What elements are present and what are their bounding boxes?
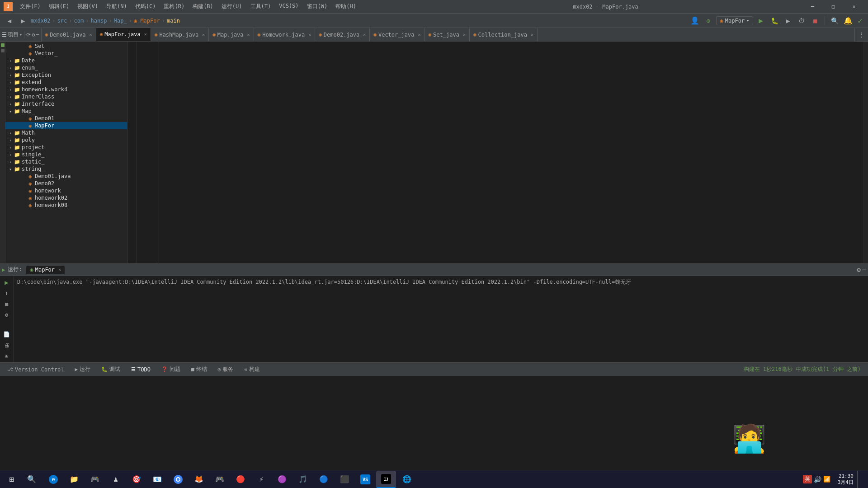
tree-item-single-[interactable]: ›📁single_ [5, 151, 127, 158]
tree-item-inrterface[interactable]: ›📁Inrterface [5, 100, 127, 108]
start-button[interactable]: ⊞ [2, 471, 22, 488]
settings-icon[interactable]: ⚙ [32, 32, 35, 38]
system-clock[interactable]: 21:30 3月4日 [834, 473, 857, 486]
menu-build[interactable]: 构建(B) [189, 2, 217, 11]
tree-item-static-[interactable]: ›📁static_ [5, 158, 127, 165]
taskbar-browser2[interactable]: 🌐 [397, 471, 417, 488]
run-settings-icon[interactable]: ⚙ [857, 266, 860, 273]
menu-refactor[interactable]: 重构(R) [160, 2, 188, 11]
taskbar-app8[interactable]: 🎵 [293, 471, 313, 488]
taskbar-steam[interactable]: 🎮 [210, 471, 230, 488]
tree-item-date[interactable]: ›📁Date [5, 57, 127, 64]
tab-demo01[interactable]: ◉ Demo01.java ✕ [42, 28, 96, 41]
tree-item-poly[interactable]: ›📁poly [5, 136, 127, 144]
taskbar-chrome[interactable] [168, 471, 188, 488]
tab-close-icon[interactable]: ✕ [363, 32, 366, 37]
collapse-icon[interactable]: ─ [36, 32, 39, 38]
bottom-tab-services[interactable]: ◎ 服务 [214, 365, 237, 374]
tray-network-icon[interactable]: 📶 [823, 476, 830, 483]
tree-item-enum-[interactable]: ›📁enum_ [5, 64, 127, 71]
search-everywhere-button[interactable]: 🔍 [829, 16, 840, 26]
menu-vcs[interactable]: VCS(S) [275, 2, 302, 11]
tab-close-icon[interactable]: ✕ [247, 32, 250, 37]
taskbar-app5[interactable]: 🔴 [231, 471, 250, 488]
rerun-alt-button[interactable]: ↑ [2, 289, 12, 298]
tab-collection[interactable]: ◉ Collection_java ✕ [470, 28, 538, 41]
run-config-selector[interactable]: ◉ MapFor ▾ [716, 16, 754, 25]
print-icon[interactable]: 🖨 [2, 340, 12, 350]
tree-item-set-[interactable]: ◉Set_ [5, 42, 127, 50]
taskbar-vscode[interactable]: VS [355, 471, 375, 488]
breadcrumb-mapfor[interactable]: ◉ MapFor [134, 18, 160, 24]
breadcrumb-project[interactable]: mxdx02 [31, 18, 50, 24]
rerun-button[interactable]: ▶ [2, 278, 12, 287]
taskbar-explorer[interactable]: 📁 [64, 471, 84, 488]
scroll-to-end-icon[interactable]: 📄 [2, 329, 12, 339]
tray-volume-icon[interactable]: 🔊 [814, 476, 821, 483]
taskbar-app1[interactable]: 🎮 [85, 471, 105, 488]
menu-window[interactable]: 窗口(W) [303, 2, 331, 11]
menu-edit[interactable]: 编辑(E) [45, 2, 73, 11]
bottom-tab-run[interactable]: ▶ 运行 [71, 365, 94, 374]
tabs-overflow-button[interactable]: ⋮ [854, 28, 868, 41]
taskbar-search[interactable]: 🔍 [22, 471, 42, 488]
tab-close-icon[interactable]: ✕ [463, 32, 466, 37]
menu-tools[interactable]: 工具(T) [247, 2, 275, 11]
bottom-tab-todo[interactable]: ☰ TODO [127, 366, 154, 374]
tree-item-homework[interactable]: ◉homework [5, 187, 127, 194]
tree-item-innerclass[interactable]: ›📁InnerClass [5, 93, 127, 100]
menu-code[interactable]: 代码(C) [132, 2, 160, 11]
notification-button[interactable]: 🔔 [842, 16, 854, 26]
tree-item-demo01-java[interactable]: ◉Demo01.java [5, 173, 127, 180]
run-close-icon[interactable]: ─ [863, 266, 866, 273]
taskbar-idea[interactable]: IJ [376, 471, 396, 488]
bottom-tab-debug[interactable]: 🐛 调试 [98, 365, 124, 374]
taskbar-app7[interactable]: 🟣 [272, 471, 292, 488]
run-tab-mapfor[interactable]: ◉ MapFor ✕ [26, 266, 65, 274]
tree-item-demo02[interactable]: ◉Demo02 [5, 180, 127, 187]
tab-close-icon[interactable]: ✕ [144, 32, 147, 37]
tree-item-extend[interactable]: ›📁extend [5, 79, 127, 86]
taskbar-app2[interactable]: ♟ [106, 471, 126, 488]
tree-item-math[interactable]: ›📁Math [5, 129, 127, 136]
taskbar-app9[interactable]: 🔵 [314, 471, 334, 488]
layout-icon[interactable]: ⊞ [2, 351, 12, 361]
breadcrumb-src[interactable]: src [57, 18, 67, 24]
taskbar-app10[interactable]: ⬛ [335, 471, 354, 488]
tree-item-string-[interactable]: ▾📁string_ [5, 165, 127, 173]
tree-item-vector-[interactable]: ◉Vector_ [5, 50, 127, 57]
tree-item-homework-work4[interactable]: ›📁homework.work4 [5, 86, 127, 93]
run-button[interactable]: ▶ [755, 16, 767, 26]
tab-close-icon[interactable]: ✕ [418, 32, 420, 37]
nav-back-button[interactable]: ◀ [4, 16, 15, 26]
profile-run-button[interactable]: ⏱ [796, 16, 807, 26]
taskbar-app6[interactable]: ⚡ [251, 471, 271, 488]
menu-file[interactable]: 文件(F) [16, 2, 44, 11]
nav-tool-1[interactable]: ⊕ [703, 16, 714, 26]
taskbar-app4[interactable]: 📧 [147, 471, 167, 488]
menu-help[interactable]: 帮助(H) [332, 2, 360, 11]
run-coverage-button[interactable]: ▶ [782, 16, 794, 26]
tab-close-icon[interactable]: ✕ [202, 32, 205, 37]
minimize-button[interactable]: ─ [802, 0, 823, 14]
taskbar-edge[interactable]: e [43, 471, 63, 488]
taskbar-app3[interactable]: 🎯 [127, 471, 146, 488]
run-tab-close-icon[interactable]: ✕ [58, 267, 61, 272]
tree-item-homework02[interactable]: ◉homework02 [5, 194, 127, 202]
tab-mapfor[interactable]: ◉ MapFor.java ✕ [96, 28, 151, 41]
tree-item-exception[interactable]: ›📁Exception [5, 71, 127, 79]
project-dropdown-icon[interactable]: ▾ [19, 32, 22, 37]
tab-close-icon[interactable]: ✕ [531, 32, 533, 37]
tab-close-icon[interactable]: ✕ [90, 32, 92, 37]
code-content[interactable] [159, 42, 863, 263]
tab-homework[interactable]: ◉ Homework.java ✕ [254, 28, 316, 41]
stop-run-button[interactable]: ■ [2, 300, 12, 309]
bottom-tab-terminal[interactable]: ■ 终结 [188, 365, 211, 374]
tab-hashmap[interactable]: ◉ HashMap.java ✕ [151, 28, 209, 41]
maximize-button[interactable]: □ [823, 0, 844, 14]
tab-demo02[interactable]: ◉ Demo02.java ✕ [315, 28, 370, 41]
tab-map[interactable]: ◉ Map.java ✕ [209, 28, 254, 41]
close-button[interactable]: ✕ [844, 0, 864, 14]
bottom-tab-problems[interactable]: ❓ 问题 [158, 365, 184, 374]
tree-item-mapfor[interactable]: ◉MapFor [5, 122, 127, 129]
